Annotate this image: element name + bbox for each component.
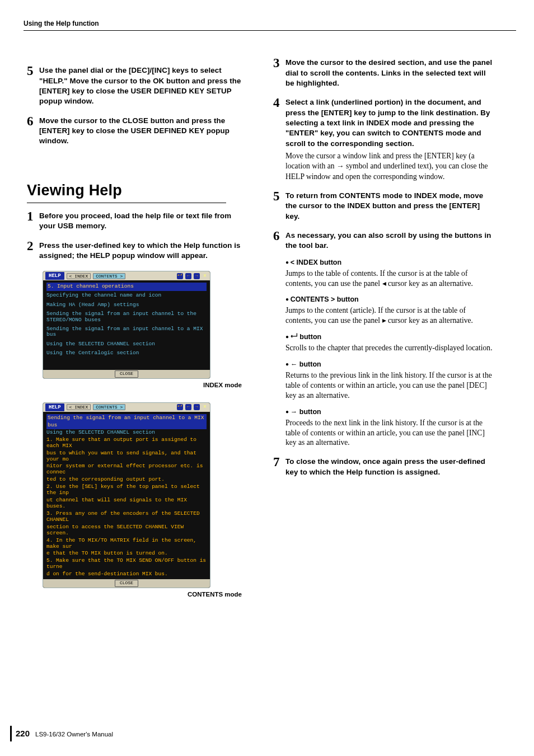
bullet-head: → button (285, 407, 494, 417)
bullet-fwd: → button Proceeds to the next link in th… (285, 407, 494, 448)
caption-index-mode: INDEX mode (27, 381, 242, 390)
header-rule (24, 30, 516, 31)
vh-step-2-text: Press the user-defined key to which the … (39, 241, 247, 261)
footer-accent-bar (10, 726, 12, 741)
bullet-head: < INDEX button (285, 258, 494, 267)
ss2-body-line: e that the TO MIX button is turned on. (46, 550, 207, 557)
bullet-body: Scrolls to the chapter that precedes the… (285, 343, 494, 353)
bullet-up: ⮠ button Scrolls to the chapter that pre… (285, 332, 494, 353)
ss2-body-line: section to access the SELECTED CHANNEL V… (46, 524, 207, 537)
r-step-4-note: Move the cursor a window link and press … (285, 151, 494, 182)
section-title: Viewing Help (27, 180, 226, 200)
step-6-text: Move the cursor to the CLOSE button and … (39, 116, 247, 147)
ss2-body-line: ted to the corresponding output port. (46, 476, 207, 483)
ss1-line: Making HA (Head Amp) settings (46, 300, 207, 309)
ss2-close-bar: CLOSE (43, 579, 210, 588)
caption-contents-mode: CONTENTS mode (27, 590, 242, 599)
ss2-body-line: d on for the send-destination MIX bus. (46, 571, 207, 578)
ss2-body-line: nitor system or external effect processo… (46, 463, 207, 476)
r-step-6: 6 As necessary, you can also scroll by u… (273, 229, 494, 448)
ss2-body-line: bus to which you want to send signals, a… (46, 450, 207, 463)
ss1-close-btn: CLOSE (115, 370, 138, 378)
back-icon: ← (185, 404, 191, 410)
bullet-body: Returns to the previous link in the link… (285, 370, 494, 401)
ss1-line: Using the SELECTED CHANNEL section (46, 340, 207, 349)
ss1-line: Using the Centralogic section (46, 349, 207, 358)
page-footer: 220 LS9-16/32 Owner's Manual (16, 728, 113, 739)
ss2-sub: Using the SELECTED CHANNEL section (46, 429, 207, 436)
ss2-titlebar: HELP < INDEX CONTENTS > ⮠ ← → × (43, 403, 210, 412)
bullet-head: ← button (285, 360, 494, 369)
ss1-line: Specifying the channel name and icon (46, 291, 207, 300)
r-step-5: 5 To return from CONTENTS mode to INDEX … (273, 190, 494, 222)
r-step-3: 3 Move the cursor to the desired section… (273, 57, 494, 88)
ss1-titlebar: HELP < INDEX CONTENTS > ⮠ ← → × (43, 271, 210, 280)
step-5-text: Use the panel dial or the [DEC]/[INC] ke… (39, 65, 247, 106)
r-step-7-text: To close the window, once again press th… (285, 457, 494, 477)
bullet-back: ← button Returns to the previous link in… (285, 360, 494, 401)
r-step-4-text: Select a link (underlined portion) in th… (285, 97, 494, 149)
ss2-body-line: 5. Make sure that the TO MIX SEND ON/OFF… (46, 557, 207, 571)
bullet-head: CONTENTS > button (285, 295, 494, 304)
ss1-close-bar: CLOSE (43, 370, 210, 378)
ss2-title: HELP (45, 403, 64, 411)
section-title-wrap: Viewing Help (27, 180, 226, 203)
step-6-prev: 6 Move the cursor to the CLOSE button an… (27, 115, 247, 147)
r-step-4: 4 Select a link (underlined portion) in … (273, 96, 494, 182)
footer-text: LS9-16/32 Owner's Manual (35, 730, 113, 739)
bullet-body: Jumps to the table of contents. If the c… (285, 269, 494, 289)
ss2-body-line: ut channel that will send signals to the… (46, 497, 207, 510)
r-step-3-text: Move the cursor to the desired section, … (285, 58, 494, 88)
ss2-close-btn: CLOSE (115, 580, 138, 587)
r-step-7: 7 To close the window, once again press … (273, 456, 494, 477)
ss2-body-line: 2. Use the [SEL] keys of the top panel t… (46, 483, 207, 497)
ss1-line: Sending the signal from an input channel… (46, 325, 207, 340)
page-number: 220 (16, 728, 30, 739)
up-return-icon: ⮠ (177, 273, 183, 279)
ss1-body: 5. Input channel operations Specifying t… (43, 280, 210, 370)
back-icon: ← (185, 273, 191, 279)
ss2-body-line: 4. In the TO MIX/TO MATRIX field in the … (46, 537, 207, 551)
help-screenshot-index: HELP < INDEX CONTENTS > ⮠ ← → × 5. Input… (43, 271, 210, 379)
bullet-index: < INDEX button Jumps to the table of con… (285, 258, 494, 289)
running-header: Using the Help function (24, 19, 512, 28)
ss1-highlight: 5. Input channel operations (46, 283, 207, 291)
ss1-contents-btn: CONTENTS > (93, 273, 125, 279)
two-column-layout: 5 Use the panel dial or the [DEC]/[INC] … (27, 57, 512, 599)
bullet-body: Proceeds to the next link in the link hi… (285, 418, 494, 448)
ss1-title: HELP (45, 272, 64, 280)
bullet-body: Jumps to the content (article). If the c… (285, 306, 494, 326)
ss2-body-line: 3. Press any one of the encoders of the … (46, 510, 207, 524)
left-column: 5 Use the panel dial or the [DEC]/[INC] … (27, 57, 247, 599)
close-icon: × (202, 273, 208, 280)
ss2-contents-btn: CONTENTS > (93, 404, 125, 410)
up-return-icon: ⮠ (177, 404, 183, 410)
ss2-body-line: 1. Make sure that an output port is assi… (46, 436, 207, 450)
bullet-contents: CONTENTS > button Jumps to the content (… (285, 295, 494, 326)
r-step-5-text: To return from CONTENTS mode to INDEX mo… (285, 191, 494, 222)
ss1-index-btn: < INDEX (67, 273, 91, 279)
fwd-icon: → (194, 404, 200, 410)
help-screenshot-contents: HELP < INDEX CONTENTS > ⮠ ← → × Sending … (43, 402, 210, 588)
ss1-line: Sending the signal from an input channel… (46, 309, 207, 325)
ss2-index-btn: < INDEX (67, 404, 91, 410)
vh-step-1: 1 Before you proceed, load the help file… (27, 210, 247, 232)
fwd-icon: → (194, 273, 200, 279)
vh-step-1-text: Before you proceed, load the help file o… (39, 211, 247, 232)
right-column: 3 Move the cursor to the desired section… (273, 57, 494, 599)
vh-step-2: 2 Press the user-defined key to which th… (27, 240, 247, 261)
bullet-head: ⮠ button (285, 332, 494, 342)
ss2-highlight: Sending the signal from an input channel… (46, 414, 207, 430)
step-5-prev: 5 Use the panel dial or the [DEC]/[INC] … (27, 64, 247, 106)
close-icon: × (202, 403, 208, 411)
r-step-6-text: As necessary, you can also scroll by usi… (285, 231, 494, 251)
ss2-body: Sending the signal from an input channel… (43, 412, 210, 579)
